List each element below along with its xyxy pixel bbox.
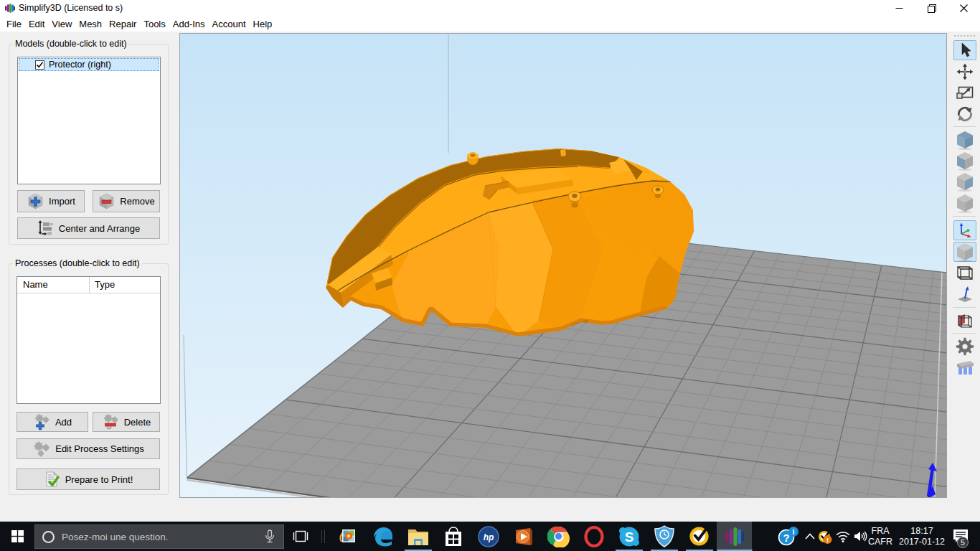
svg-text:i: i: [792, 527, 794, 536]
menu-addins[interactable]: Add-Ins: [169, 17, 209, 32]
minimize-button[interactable]: [883, 0, 915, 17]
menu-edit[interactable]: Edit: [25, 17, 48, 32]
taskbar-app-store[interactable]: [435, 522, 471, 551]
taskbar: Posez-moi une question.: [0, 522, 980, 551]
toolbar-separator: [953, 216, 976, 217]
machine-settings-button[interactable]: [953, 336, 976, 357]
remove-button[interactable]: Remove: [93, 190, 160, 212]
scale-icon: [956, 85, 974, 100]
models-groupbox: Models (double-click to edit) Protector …: [9, 44, 169, 245]
model-name: Protector (right): [49, 60, 111, 70]
import-button[interactable]: Import: [17, 190, 85, 212]
restore-icon: [928, 4, 936, 13]
taskbar-app-skype[interactable]: S: [611, 522, 646, 551]
column-header-name[interactable]: Name: [23, 279, 48, 290]
view-cube-default-icon: [956, 131, 974, 150]
tool-rotate-button[interactable]: [953, 104, 976, 124]
cross-section-button[interactable]: [953, 311, 976, 331]
chrome-icon: [547, 525, 570, 547]
file-explorer-icon: [407, 527, 429, 546]
menu-account[interactable]: Account: [209, 17, 250, 32]
view-front-button[interactable]: [953, 171, 976, 192]
add-process-button[interactable]: Add: [17, 412, 88, 432]
taskbar-app-chrome[interactable]: [541, 522, 576, 551]
processes-table[interactable]: Name Type: [17, 276, 161, 404]
gear-icon: [956, 337, 974, 356]
chevron-up-icon: [805, 533, 815, 540]
microphone-icon[interactable]: [265, 529, 275, 544]
edit-gears-icon: [32, 440, 51, 458]
models-group-label: Models (double-click to edit): [13, 39, 129, 49]
maximize-button[interactable]: [915, 0, 948, 17]
view-default-button[interactable]: [953, 130, 976, 150]
prepare-to-print-button[interactable]: Prepare to Print!: [17, 468, 160, 490]
import-cube-icon: [27, 192, 44, 210]
view-cube-top-icon: [956, 151, 974, 171]
close-button[interactable]: [948, 0, 980, 17]
add-label: Add: [55, 417, 72, 428]
hp-icon: hp: [477, 525, 500, 548]
taskbar-app-norton[interactable]: [682, 522, 717, 551]
taskbar-app-file-explorer[interactable]: [400, 522, 435, 551]
taskbar-app-edge[interactable]: [365, 522, 400, 551]
toolbar-separator: [953, 307, 976, 308]
toolbar-separator: [953, 333, 976, 334]
svg-text:S: S: [624, 529, 633, 545]
taskbar-app-media-player[interactable]: [506, 522, 541, 551]
menu-file[interactable]: File: [3, 17, 25, 32]
model-list-item[interactable]: Protector (right): [19, 58, 159, 71]
column-header-type[interactable]: Type: [95, 279, 115, 290]
show-axes-button[interactable]: [953, 220, 976, 240]
delete-gear-icon: [102, 413, 120, 431]
cortana-search-box[interactable]: Posez-moi une question.: [34, 524, 284, 549]
taskbar-app-simplify3d[interactable]: [717, 522, 752, 551]
surface-normal-icon: [956, 286, 974, 304]
toolbar-grip[interactable]: [953, 34, 975, 38]
start-button[interactable]: [0, 522, 34, 551]
close-icon: [960, 4, 968, 12]
center-and-arrange-button[interactable]: Center and Arrange: [17, 217, 160, 239]
tray-help-icon[interactable]: ? i: [776, 522, 801, 551]
tray-clock[interactable]: 18:17 2017-01-12: [898, 522, 946, 551]
tray-wifi-icon[interactable]: [834, 522, 852, 551]
clock-time: 18:17: [910, 526, 933, 537]
tool-move-button[interactable]: [953, 62, 976, 82]
model-checkbox[interactable]: [35, 60, 44, 70]
support-structures-button[interactable]: [953, 358, 976, 378]
taskbar-app-photos[interactable]: [330, 522, 365, 551]
delete-process-button[interactable]: Delete: [93, 412, 160, 432]
taskbar-app-hp[interactable]: hp: [471, 522, 506, 551]
tray-norton-icon[interactable]: !: [815, 522, 835, 551]
edit-process-settings-label: Edit Process Settings: [55, 443, 144, 454]
opera-icon: [583, 525, 605, 548]
task-view-icon: [293, 530, 308, 542]
tool-scale-button[interactable]: [953, 83, 976, 103]
solid-render-button[interactable]: [953, 242, 976, 262]
menu-mesh[interactable]: Mesh: [75, 17, 105, 32]
normals-button[interactable]: [953, 285, 976, 305]
center-arrange-icon: [37, 220, 55, 237]
tool-select-button[interactable]: [953, 40, 976, 60]
models-list[interactable]: Protector (right): [17, 57, 161, 184]
taskbar-app-opera[interactable]: [576, 522, 611, 551]
view-top-button[interactable]: [953, 151, 976, 171]
menu-help[interactable]: Help: [250, 17, 276, 32]
edit-process-settings-button[interactable]: Edit Process Settings: [17, 438, 160, 459]
viewport-3d[interactable]: [179, 33, 947, 498]
cursor-icon: [958, 42, 972, 58]
task-view-button[interactable]: [284, 522, 317, 551]
menu-tools[interactable]: Tools: [140, 17, 169, 32]
delete-label: Delete: [124, 417, 151, 428]
remove-cube-icon: [98, 192, 116, 210]
screen: Simplify3D (Licensed to s) File Edit Vie…: [0, 0, 980, 551]
taskbar-separator: [321, 529, 325, 543]
menu-repair[interactable]: Repair: [105, 17, 140, 32]
check-icon: [36, 61, 44, 69]
printed-model-rim-knob: [467, 152, 479, 165]
wireframe-button[interactable]: [953, 263, 976, 283]
tray-language-indicator[interactable]: FRA CAFR: [864, 522, 896, 551]
view-side-button[interactable]: [953, 193, 976, 213]
taskbar-app-security-shield[interactable]: [646, 522, 682, 551]
processes-groupbox: Processes (double-click to edit) Name Ty…: [9, 263, 169, 495]
menu-view[interactable]: View: [48, 17, 75, 32]
